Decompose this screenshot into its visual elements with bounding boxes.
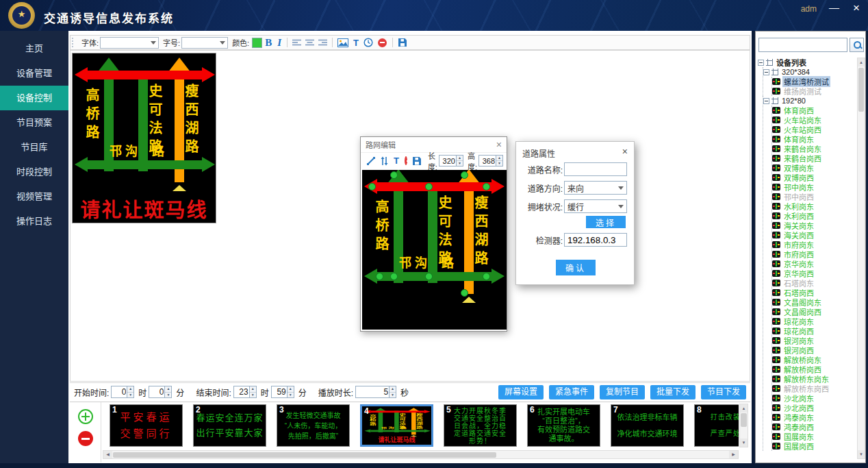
tree-device[interactable]: 京华岗东 <box>772 259 856 269</box>
road-node-dot[interactable] <box>376 273 383 280</box>
road-node-dot[interactable] <box>461 171 468 179</box>
minimize-icon[interactable]: — <box>829 1 839 13</box>
road-node-dot[interactable] <box>461 289 468 297</box>
sidebar-item[interactable]: 节目库 <box>0 135 68 160</box>
scrollbar-thumb[interactable] <box>113 452 496 458</box>
playlist-item[interactable]: 2春运安全连万家出行平安靠大家 <box>193 404 266 447</box>
action-button[interactable]: 紧急事件 <box>549 385 594 399</box>
road-node-dot[interactable] <box>483 273 490 280</box>
tree-device[interactable]: 体育岗西 <box>772 106 856 115</box>
sidebar-item[interactable]: 设备管理 <box>0 61 68 86</box>
clock-icon[interactable] <box>363 38 373 47</box>
sidebar-item[interactable]: 节目预案 <box>0 110 68 135</box>
scroll-left-icon[interactable]: ◀ <box>103 451 112 458</box>
playlist-item[interactable]: 5大力开展秋冬季交通安全整治百日会战，全力稳定道路交通安全形势！ <box>444 404 517 447</box>
scroll-up-icon[interactable]: ▲ <box>858 58 865 66</box>
action-button[interactable]: 复制节目 <box>600 385 645 399</box>
playlist-item[interactable]: 3发生轻微交通事故“人未伤，车能动，先拍照，后撤离” <box>277 404 350 447</box>
scrollbar-thumb[interactable] <box>741 413 747 427</box>
road-node-dot[interactable] <box>390 273 398 280</box>
spin-up-icon[interactable]: ▲ <box>288 386 294 392</box>
tree-device[interactable]: 双博岗东 <box>772 163 856 173</box>
scrollbar-thumb[interactable] <box>858 68 864 112</box>
tree-device[interactable]: 邗中岗西 <box>772 192 856 201</box>
tree-device[interactable]: 解放桥岗西 <box>772 365 856 374</box>
save-icon[interactable] <box>398 38 407 47</box>
spin-up-icon[interactable]: ▲ <box>496 156 502 160</box>
collapse-icon[interactable] <box>758 60 764 66</box>
spin-up-icon[interactable]: ▲ <box>165 386 171 392</box>
tree-device[interactable]: 石塔岗西 <box>772 288 856 297</box>
tree-device[interactable]: 双博岗西 <box>772 173 856 182</box>
text-tool-icon[interactable]: T <box>353 38 359 48</box>
sidebar-item[interactable]: 操作日志 <box>0 209 68 234</box>
tree-device[interactable]: 解放桥东岗西 <box>772 384 856 393</box>
scroll-right-icon[interactable]: ▶ <box>729 451 738 458</box>
collapse-icon[interactable] <box>763 98 769 104</box>
scroll-up-icon[interactable]: ▲ <box>740 404 748 412</box>
close-icon[interactable]: × <box>853 1 860 15</box>
spin-up-icon[interactable]: ▲ <box>250 386 256 392</box>
sidebar-item[interactable]: 主页 <box>0 36 68 61</box>
tree-device[interactable]: 石塔岗东 <box>772 278 856 288</box>
road-node-dot[interactable] <box>390 171 398 179</box>
tree-device[interactable]: 水利岗西 <box>772 211 856 221</box>
end-hour-input[interactable] <box>234 386 249 397</box>
bold-button[interactable]: B <box>265 38 272 48</box>
tree-device[interactable]: 螺丝湾桥测试 <box>772 77 856 86</box>
detector-field[interactable] <box>564 233 627 247</box>
start-hour-input[interactable] <box>112 386 127 397</box>
length-input[interactable] <box>439 156 456 166</box>
road-node-dot[interactable] <box>425 183 433 190</box>
tree-device[interactable]: 琼花岗东 <box>772 317 856 326</box>
tree-device[interactable]: 解放桥东岗东 <box>772 374 856 384</box>
spin-down-icon[interactable]: ▼ <box>390 392 396 398</box>
device-search-input[interactable] <box>758 38 847 52</box>
confirm-button[interactable]: 确认 <box>556 260 596 275</box>
remove-program-button[interactable] <box>78 431 93 446</box>
search-button[interactable] <box>850 38 864 52</box>
tree-device[interactable]: 水利岗东 <box>772 201 856 211</box>
tree-device[interactable]: 海关岗西 <box>772 230 856 240</box>
italic-button[interactable]: I <box>277 38 281 48</box>
tree-device[interactable]: 来鹤台岗东 <box>772 144 856 153</box>
tree-device[interactable]: 文昌阁岗东 <box>772 297 856 307</box>
remove-icon[interactable] <box>405 156 407 165</box>
road-direction-select[interactable]: 来向 <box>564 181 627 195</box>
spin-down-icon[interactable]: ▼ <box>288 392 294 398</box>
action-button[interactable]: 屏幕设置 <box>498 385 544 399</box>
spin-down-icon[interactable]: ▼ <box>165 392 171 398</box>
playlist-item[interactable]: 4高桥路史可法路瘦西湖路邗沟路请礼让斑马线 <box>360 404 433 447</box>
height-stepper[interactable]: ▲▼ <box>478 155 503 167</box>
tree-device[interactable]: 文昌阁岗西 <box>772 307 856 317</box>
tree-device[interactable]: 海关岗东 <box>772 221 856 230</box>
tree-device[interactable]: 邗中岗东 <box>772 182 856 192</box>
tree-group[interactable]: 192*80 <box>763 96 856 106</box>
tree-device[interactable]: 火车站岗东 <box>772 115 856 125</box>
tree-device[interactable]: 琼花岗西 <box>772 326 856 336</box>
remove-icon[interactable] <box>378 38 387 47</box>
playlist-horizontal-scrollbar[interactable]: ◀ ▶ <box>103 450 739 459</box>
spin-down-icon[interactable]: ▼ <box>127 392 133 398</box>
spin-down-icon[interactable]: ▼ <box>496 160 502 166</box>
start-hour-stepper[interactable]: ▲▼ <box>111 386 134 398</box>
align-right-icon[interactable] <box>318 39 327 47</box>
end-minute-stepper[interactable]: ▲▼ <box>271 386 294 398</box>
tree-device[interactable]: 体育岗东 <box>772 134 856 144</box>
start-minute-input[interactable] <box>149 386 164 397</box>
road-node-dot[interactable] <box>368 183 376 190</box>
roadnet-canvas[interactable]: 高桥路史可法路瘦西湖路邗沟路 <box>362 170 507 330</box>
tree-device[interactable]: 市府岗东 <box>772 240 856 249</box>
start-minute-stepper[interactable]: ▲▼ <box>149 386 172 398</box>
spin-up-icon[interactable]: ▲ <box>457 156 463 160</box>
arrows-icon[interactable] <box>380 156 389 166</box>
playlist-vertical-scrollbar[interactable]: ▲ ▼ <box>739 404 748 447</box>
sidebar-item[interactable]: 时段控制 <box>0 160 68 184</box>
action-button[interactable]: 节目下发 <box>701 385 746 399</box>
color-swatch[interactable] <box>252 38 262 48</box>
tree-group[interactable]: 320*384 <box>763 67 856 77</box>
close-icon[interactable]: × <box>496 139 502 150</box>
draw-line-icon[interactable] <box>366 156 376 166</box>
playlist-item[interactable]: 1平安春运交警同行 <box>110 404 183 447</box>
tree-device[interactable]: 维扬岗测试 <box>772 86 856 96</box>
